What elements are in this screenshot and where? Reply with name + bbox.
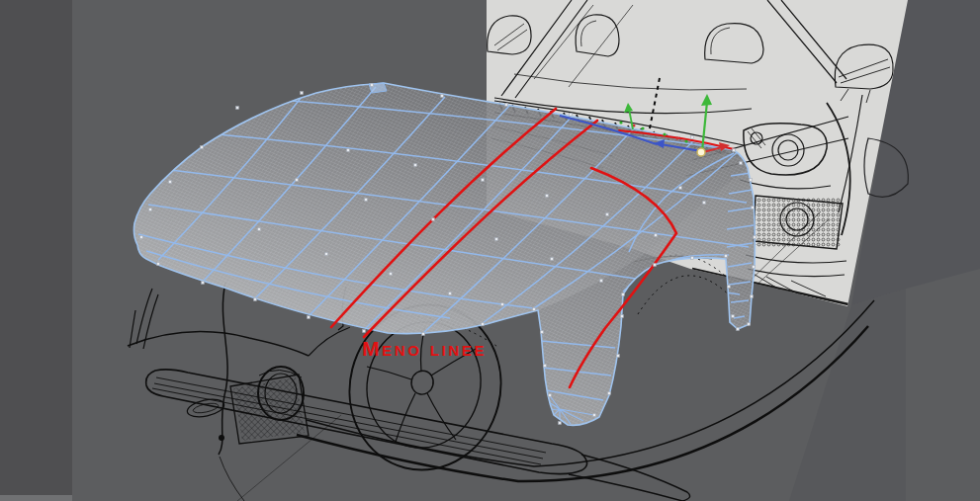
annotation-text: Meno linee — [362, 337, 487, 361]
background-bottom-left-strip — [0, 495, 72, 501]
gizmo-origin-handle[interactable] — [697, 148, 705, 156]
curve-knot — [219, 435, 224, 441]
fog-grille-mesh — [756, 198, 841, 247]
3d-viewport[interactable]: Meno linee — [0, 0, 980, 501]
viewport-canvas[interactable] — [0, 0, 980, 501]
background-left-band — [0, 0, 72, 501]
sketch-grille-mesh — [233, 377, 305, 441]
